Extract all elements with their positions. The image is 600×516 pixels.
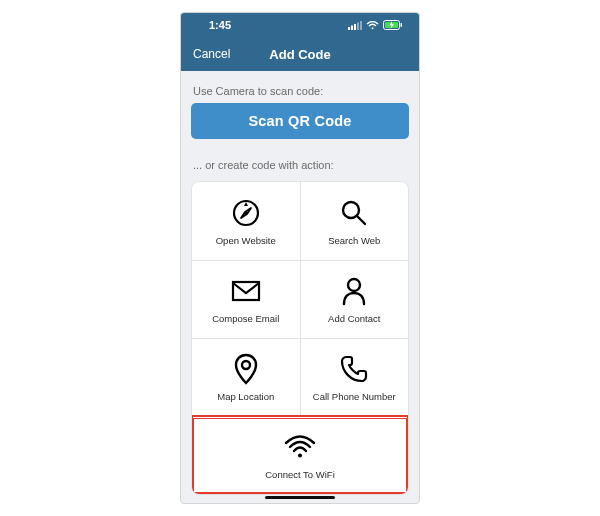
action-open-website[interactable]: Open Website	[192, 182, 301, 260]
compass-icon	[231, 197, 261, 229]
action-call-phone[interactable]: Call Phone Number	[301, 339, 409, 416]
status-icons	[348, 20, 403, 30]
phone-frame: 1:45 Cancel Add Code Use Camera to scan …	[180, 12, 420, 504]
contact-icon	[341, 275, 367, 307]
action-label: Open Website	[216, 235, 276, 246]
svg-rect-1	[351, 25, 353, 30]
svg-point-10	[245, 211, 247, 213]
location-icon	[234, 353, 258, 385]
action-row-highlighted: Connect To WiFi	[192, 416, 408, 494]
action-row: Open Website Search Web	[192, 182, 408, 260]
action-label: Call Phone Number	[313, 391, 396, 402]
wifi-icon	[284, 431, 316, 463]
svg-line-12	[357, 216, 365, 224]
svg-rect-3	[357, 22, 359, 30]
action-compose-email[interactable]: Compose Email	[192, 261, 301, 338]
svg-rect-8	[401, 23, 403, 27]
nav-bar: Cancel Add Code	[181, 37, 419, 71]
signal-icon	[348, 21, 362, 30]
svg-point-16	[298, 454, 302, 458]
phone-icon	[340, 353, 368, 385]
content: Use Camera to scan code: Scan QR Code ..…	[181, 71, 419, 503]
cancel-button[interactable]: Cancel	[193, 47, 230, 61]
battery-icon	[383, 20, 403, 30]
action-label: Compose Email	[212, 313, 279, 324]
action-search-web[interactable]: Search Web	[301, 182, 409, 260]
home-indicator[interactable]	[265, 496, 335, 499]
status-time: 1:45	[209, 19, 231, 31]
wifi-status-icon	[366, 21, 379, 30]
action-grid: Open Website Search Web Compose Email	[191, 181, 409, 495]
action-row: Map Location Call Phone Number	[192, 338, 408, 416]
action-row: Compose Email Add Contact	[192, 260, 408, 338]
svg-rect-0	[348, 27, 350, 30]
svg-point-14	[348, 279, 360, 291]
page-title: Add Code	[269, 47, 330, 62]
action-add-contact[interactable]: Add Contact	[301, 261, 409, 338]
search-icon	[340, 197, 368, 229]
action-label: Connect To WiFi	[265, 469, 335, 480]
action-label: Add Contact	[328, 313, 380, 324]
svg-rect-2	[354, 24, 356, 30]
email-icon	[231, 275, 261, 307]
svg-rect-4	[360, 21, 362, 30]
action-connect-wifi[interactable]: Connect To WiFi	[192, 417, 408, 494]
svg-point-5	[372, 27, 374, 29]
action-map-location[interactable]: Map Location	[192, 339, 301, 416]
status-bar: 1:45	[181, 13, 419, 37]
scan-section-label: Use Camera to scan code:	[191, 79, 409, 103]
create-section-label: ... or create code with action:	[191, 153, 409, 177]
scan-qr-button[interactable]: Scan QR Code	[191, 103, 409, 139]
action-label: Map Location	[217, 391, 274, 402]
action-label: Search Web	[328, 235, 380, 246]
svg-point-15	[242, 361, 250, 369]
